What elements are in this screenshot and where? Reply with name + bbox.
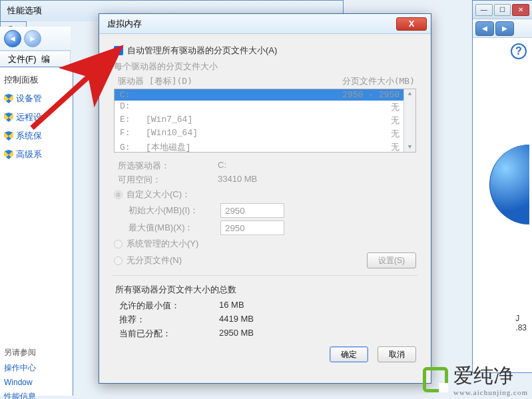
scroll-down-icon[interactable]: ▼ [408, 143, 411, 152]
bg-left-panel: 控制面板 设备管 远程设 系统保 高级系 另请参阅 操作中心 Window 性能… [0, 67, 73, 396]
rec-value: 4419 MB [219, 314, 254, 326]
selected-drive-row: 所选驱动器： C: [118, 160, 416, 172]
sidebar-home[interactable]: 控制面板 [4, 74, 69, 86]
drive-row[interactable]: E: [Win7_64] 无 [115, 114, 415, 127]
separator [113, 275, 417, 276]
dialog-titlebar: 虚拟内存 X [99, 14, 431, 34]
sidebar-link-1[interactable]: 远程设 [4, 111, 69, 123]
nav-back-button[interactable]: ◄ [475, 21, 494, 36]
no-pagefile-row: 无分页文件(N) 设置(S) [114, 252, 416, 268]
system-managed-radio[interactable] [114, 240, 123, 248]
col-drive: 驱动器 [卷标](D) [118, 75, 192, 87]
drive-list-header: 驱动器 [卷标](D) 分页文件大小(MB) [118, 75, 415, 87]
sidebar-link-2[interactable]: 系统保 [4, 130, 69, 142]
min-value: 16 MB [219, 300, 244, 312]
no-pagefile-radio[interactable] [114, 256, 123, 265]
drive-row[interactable]: C: 2950 - 2950 [115, 89, 415, 101]
system-managed-label: 系统管理的大小(Y) [127, 238, 198, 250]
per-drive-label: 每个驱动器的分页文件大小 [114, 61, 416, 73]
shield-icon [4, 113, 13, 122]
cur-value: 2950 MB [219, 328, 254, 340]
initial-size-row: 初始大小(MB)(I)： [129, 203, 416, 218]
sidebar-link-3[interactable]: 高级系 [4, 149, 69, 161]
bottom-link-0[interactable]: 操作中心 [4, 362, 69, 374]
custom-size-radio-row[interactable]: 自定义大小(C)： [114, 189, 416, 200]
sidebar-bottom: 另请参阅 操作中心 Window 性能信息 [4, 347, 69, 399]
drive-row[interactable]: F: [Win10_64] 无 [115, 127, 415, 141]
virtual-memory-dialog: 虚拟内存 X 自动管理所有驱动器的分页文件大小(A) 每个驱动器的分页文件大小 … [99, 13, 431, 384]
custom-size-radio[interactable] [114, 191, 123, 199]
close-button[interactable]: ✕ [512, 4, 529, 16]
globe-graphic [489, 145, 529, 224]
bg-help-titlebar: — ☐ ✕ [473, 1, 532, 19]
scroll-up-icon[interactable]: ▲ [408, 89, 411, 99]
dialog-actions: 确定 取消 [114, 346, 416, 362]
auto-manage-label: 自动管理所有驱动器的分页文件大小(A) [127, 45, 277, 57]
cancel-button[interactable]: 取消 [378, 346, 416, 362]
scrollbar[interactable]: ▲ ▼ [403, 89, 415, 152]
help-icon: ? [511, 43, 527, 59]
nav-strip: ◄ ► [0, 27, 71, 51]
sidebar: 控制面板 设备管 远程设 系统保 高级系 另请参阅 操作中心 Window 性能… [0, 67, 73, 399]
selected-drive-value: C: [218, 160, 226, 172]
bg-help-window: — ☐ ✕ ◄ ► ? J .83 [472, 0, 532, 373]
watermark-logo [423, 367, 448, 392]
ok-button[interactable]: 确定 [330, 346, 368, 362]
shield-icon [4, 94, 13, 103]
drive-list[interactable]: C: 2950 - 2950D: 无E: [Win7_64] 无F: [Win1… [114, 89, 416, 153]
auto-manage-checkbox[interactable] [114, 46, 123, 55]
sidebar-link-0[interactable]: 设备管 [4, 93, 69, 105]
dialog-body: 自动管理所有驱动器的分页文件大小(A) 每个驱动器的分页文件大小 驱动器 [卷标… [99, 34, 431, 372]
dialog-title: 虚拟内存 [107, 18, 142, 30]
nav-fwd-button[interactable]: ► [495, 21, 514, 36]
initial-size-input[interactable] [220, 203, 284, 218]
shield-icon [4, 150, 13, 159]
totals-title: 所有驱动器分页文件大小的总数 [115, 284, 415, 296]
menu-edit[interactable]: 编 [41, 53, 50, 65]
watermark: 爱纯净 www.aichunjing.com [423, 362, 528, 396]
nav-back-circle[interactable]: ◄ [4, 30, 21, 47]
maximize-button[interactable]: ☐ [494, 4, 511, 16]
watermark-text: 爱纯净 [453, 364, 513, 386]
minimize-button[interactable]: — [475, 4, 493, 16]
free-space-value: 33410 MB [218, 174, 257, 186]
dialog-close-button[interactable]: X [396, 17, 427, 31]
help-text: J .83 [515, 314, 527, 332]
per-drive-section: 每个驱动器的分页文件大小 驱动器 [卷标](D) 分页文件大小(MB) C: 2… [114, 61, 416, 268]
shield-icon [4, 131, 13, 141]
col-pagefile: 分页文件大小(MB) [342, 75, 415, 87]
see-also-label: 另请参阅 [4, 347, 69, 358]
custom-size-label: 自定义大小(C)： [127, 189, 190, 200]
watermark-sub: www.aichunjing.com [453, 388, 528, 396]
drive-row[interactable]: G: [本地磁盘] 无 [115, 141, 415, 154]
nav-fwd-circle[interactable]: ► [24, 30, 41, 47]
menu-file[interactable]: 文件(F) [8, 53, 37, 65]
set-button[interactable]: 设置(S) [367, 252, 416, 268]
bottom-link-2[interactable]: 性能信息 [4, 391, 69, 399]
system-managed-radio-row[interactable]: 系统管理的大小(Y) [114, 238, 416, 250]
free-space-row: 可用空间： 33410 MB [118, 174, 416, 186]
max-size-row: 最大值(MB)(X)： [129, 220, 416, 235]
bottom-link-1[interactable]: Window [4, 378, 69, 387]
max-size-input[interactable] [220, 220, 284, 235]
totals-section: 所有驱动器分页文件大小的总数 允许的最小值：16 MB 推荐：4419 MB 当… [115, 284, 415, 340]
no-pagefile-label: 无分页文件(N) [127, 254, 182, 266]
bg-help-toolbar: ◄ ► [473, 19, 532, 38]
help-body: ? J .83 [473, 38, 532, 372]
auto-manage-row[interactable]: 自动管理所有驱动器的分页文件大小(A) [114, 45, 416, 57]
drive-row[interactable]: D: 无 [115, 101, 415, 114]
menu-strip: 文件(F) 编 [0, 51, 71, 68]
